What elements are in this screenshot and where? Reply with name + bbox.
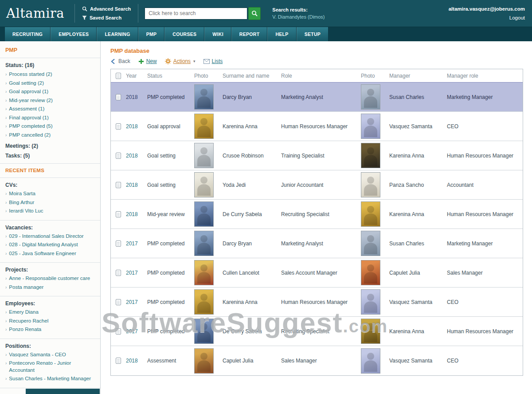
sidebar-recent-item[interactable]: ›028 - Digital Marketing Analyst (5, 240, 96, 249)
table-row[interactable]: 2018 Goal setting Crusoe Robinson Traini… (111, 141, 523, 170)
sidebar-recent-item[interactable]: ›Emery Diana (5, 308, 96, 317)
sidebar-recent-item[interactable]: ›Posta manager (5, 283, 96, 292)
lists-button[interactable]: Lists (203, 58, 223, 64)
sidebar-recent-link[interactable]: Susan Charles - Marketing Manager (9, 375, 91, 382)
row-year-link[interactable]: 2017 (126, 270, 138, 276)
search-button[interactable] (248, 7, 261, 20)
sidebar-recent-link[interactable]: Recupero Rachel (9, 318, 48, 325)
nav-tab[interactable]: HELP (267, 27, 296, 41)
sidebar-status-link[interactable]: Process started (2) (9, 71, 52, 78)
user-email-link[interactable]: altamira.vasquez@joberus.com (449, 6, 525, 12)
row-checkbox[interactable] (116, 270, 121, 276)
sidebar-recent-link[interactable]: Pontecorvo Renato - Junior Accountant (9, 360, 96, 374)
row-checkbox[interactable] (116, 94, 121, 100)
nav-tab[interactable]: PMP (138, 27, 165, 41)
table-row[interactable]: 2017 PMP completed Cullen Lancelot Sales… (111, 258, 523, 288)
sidebar-status-item[interactable]: ›Process started (2) (5, 70, 96, 79)
sidebar-recent-link[interactable]: Anne - Responsabile customer care (9, 275, 90, 282)
sidebar-status-link[interactable]: Goal approval (1) (9, 88, 48, 95)
table-row[interactable]: 2018 PMP completed Darcy Bryan Marketing… (111, 83, 523, 112)
row-year-link[interactable]: 2018 (126, 182, 138, 188)
sidebar-recent-item[interactable]: ›Moira Sarta (5, 189, 96, 198)
nav-tab[interactable]: COURSES (164, 27, 204, 41)
nav-tab[interactable]: WIKI (204, 27, 231, 41)
sidebar-recent-item[interactable]: ›029 - International Sales Director (5, 232, 96, 241)
select-all-checkbox[interactable] (116, 73, 121, 79)
sidebar-recent-link[interactable]: Moira Sarta (9, 190, 35, 197)
sidebar-recent-link[interactable]: 025 - Java Software Engineer (9, 250, 76, 257)
row-checkbox[interactable] (116, 328, 121, 335)
sidebar-recent-item[interactable]: ›Ierardi Vito Luc (5, 207, 96, 216)
sidebar-recent-link[interactable]: 028 - Digital Marketing Analyst (9, 241, 78, 248)
row-year-link[interactable]: 2018 (126, 211, 138, 217)
sidebar-status-link[interactable]: Goal setting (2) (9, 80, 44, 87)
actions-button[interactable]: Actions ▾ (165, 58, 196, 64)
row-year-link[interactable]: 2018 (126, 123, 138, 130)
sidebar-module-section: PMP (0, 43, 100, 58)
sidebar-recent-link[interactable]: Vasquez Samanta - CEO (9, 351, 66, 359)
saved-search-link[interactable]: Saved Search (82, 15, 131, 20)
row-checkbox[interactable] (116, 299, 121, 305)
sidebar-status-item[interactable]: ›Final approval (1) (5, 114, 96, 122)
row-checkbox[interactable] (116, 211, 121, 217)
row-checkbox[interactable] (116, 123, 121, 130)
search-results-value-link[interactable]: V. Diamandytes (Dimos) (272, 15, 325, 20)
nav-tab[interactable]: EMPLOYEES (51, 27, 97, 41)
sidebar-status-link[interactable]: PMP cancelled (2) (9, 132, 51, 139)
sidebar-recent-item[interactable]: ›Recupero Rachel (5, 317, 96, 326)
sidebar-recent-link[interactable]: Posta manager (9, 284, 43, 291)
sidebar-status-item[interactable]: ›Mid-year review (2) (5, 96, 96, 105)
row-checkbox[interactable] (116, 358, 121, 364)
sidebar-recent-item[interactable]: ›Pontecorvo Renato - Junior Accountant (5, 359, 96, 374)
row-checkbox[interactable] (116, 153, 121, 159)
sidebar-recent-item[interactable]: ›Ponzo Renata (5, 325, 96, 334)
sidebar-recent-link[interactable]: Bing Arthur (9, 199, 34, 206)
logout-link[interactable]: Logout (449, 15, 525, 20)
table-row[interactable]: 2018 Goal approval Karenina Anna Human R… (111, 112, 523, 141)
sidebar-recent-link[interactable]: Ponzo Renata (9, 326, 41, 333)
sidebar-recent-link[interactable]: Emery Diana (9, 309, 38, 316)
search-input[interactable] (145, 8, 247, 20)
sidebar-status-item[interactable]: ›PMP completed (5) (5, 122, 96, 131)
sidebar-status-link[interactable]: Mid-year review (2) (9, 97, 52, 104)
table-row[interactable]: 2018 Mid-year review De Curry Sabela Rec… (111, 200, 523, 229)
nav-tab[interactable]: RECRUITING (4, 27, 51, 41)
row-manager: Karenina Anna (389, 211, 447, 217)
row-checkbox[interactable] (116, 182, 121, 188)
sidebar-status-item[interactable]: ›Goal approval (1) (5, 87, 96, 96)
table-row[interactable]: 2017 PMP completed Karenina Anna Human R… (111, 288, 523, 317)
sidebar-status-item[interactable]: ›Assessment (1) (5, 105, 96, 114)
sidebar-status-link[interactable]: Final approval (1) (9, 114, 48, 122)
row-year-link[interactable]: 2017 (126, 240, 138, 247)
sidebar-recent-link[interactable]: 029 - International Sales Director (9, 233, 83, 240)
sidebar-status-item[interactable]: ›PMP cancelled (2) (5, 131, 96, 140)
new-button[interactable]: New (138, 58, 157, 64)
table-row[interactable]: 2018 Assessment Capulet Julia Sales Mana… (111, 346, 523, 375)
row-year-link[interactable]: 2018 (126, 358, 138, 364)
row-year-link[interactable]: 2017 (126, 299, 138, 305)
table-row[interactable]: 2017 PMP completed Darcy Bryan Marketing… (111, 229, 523, 258)
row-checkbox[interactable] (116, 240, 121, 247)
sidebar-recent-item[interactable]: ›Anne - Responsabile customer care (5, 274, 96, 283)
back-button[interactable]: Back (110, 58, 130, 64)
row-year-link[interactable]: 2018 (126, 153, 138, 159)
nav-tab[interactable]: LEARNING (97, 27, 138, 41)
sidebar-status-link[interactable]: Assessment (1) (9, 106, 44, 113)
sidebar-recent-link[interactable]: Ierardi Vito Luc (9, 208, 43, 215)
sidebar-status-item[interactable]: ›Goal setting (2) (5, 79, 96, 88)
sidebar-recent-item[interactable]: ›025 - Java Software Engineer (5, 249, 96, 258)
sidebar-recent-item[interactable]: ›Vasquez Samanta - CEO (5, 351, 96, 359)
sidebar-meetings-link[interactable]: Meetings: (2) (5, 143, 96, 149)
table-row[interactable]: 2017 PMP completed De Curry Sabela Recru… (111, 317, 523, 346)
nav-tab[interactable]: REPORT (231, 27, 268, 41)
advanced-search-link[interactable]: Advanced Search (82, 6, 131, 12)
bullet-icon: › (5, 190, 7, 197)
sidebar-status-link[interactable]: PMP completed (5) (9, 123, 52, 130)
table-row[interactable]: 2018 Goal setting Yoda Jedi Junior Accou… (111, 170, 523, 200)
nav-tab[interactable]: SETUP (297, 27, 329, 41)
row-year-link[interactable]: 2017 (126, 328, 138, 335)
sidebar-recent-item[interactable]: ›Susan Charles - Marketing Manager (5, 374, 96, 383)
row-year-link[interactable]: 2018 (126, 94, 138, 100)
sidebar-tasks-link[interactable]: Tasks: (5) (5, 153, 96, 159)
sidebar-recent-item[interactable]: ›Bing Arthur (5, 198, 96, 207)
